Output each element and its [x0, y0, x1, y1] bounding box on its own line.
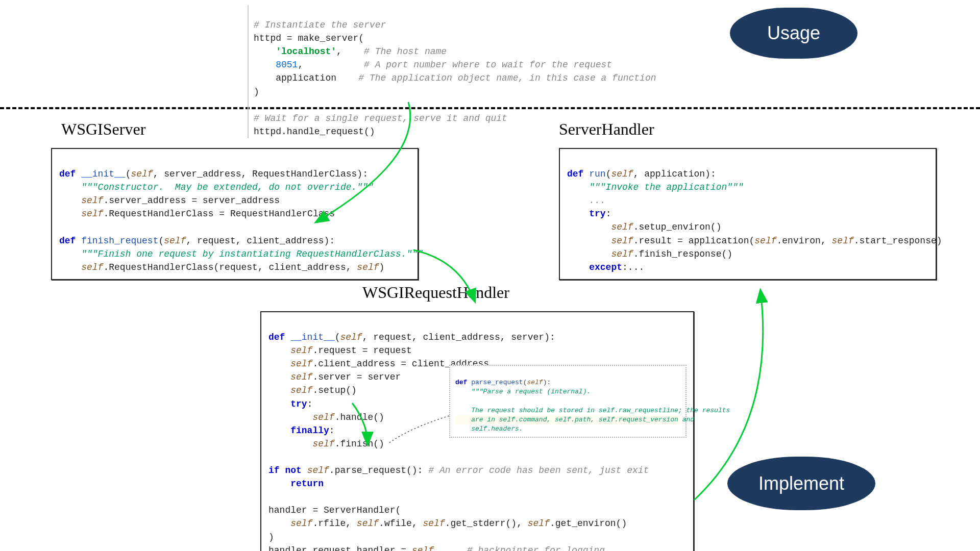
- implement-badge-text: Implement: [758, 473, 844, 494]
- wsgiserver-label: WSGIServer: [61, 120, 145, 139]
- implement-badge: Implement: [727, 457, 875, 510]
- serverhandler-code-box: def run(self, application): """Invoke th…: [559, 148, 937, 280]
- usage-code-block: # Instantiate the server httpd = make_se…: [248, 5, 656, 138]
- usage-badge: Usage: [730, 8, 857, 59]
- wsgiserver-code-box: def __init__(self, server_address, Reque…: [51, 148, 419, 280]
- usage-badge-text: Usage: [767, 22, 820, 44]
- parse-request-detail-box: def parse_request(self): """Parse a requ…: [449, 365, 687, 438]
- wsgirequesthandler-label: WSGIRequestHandler: [362, 283, 509, 302]
